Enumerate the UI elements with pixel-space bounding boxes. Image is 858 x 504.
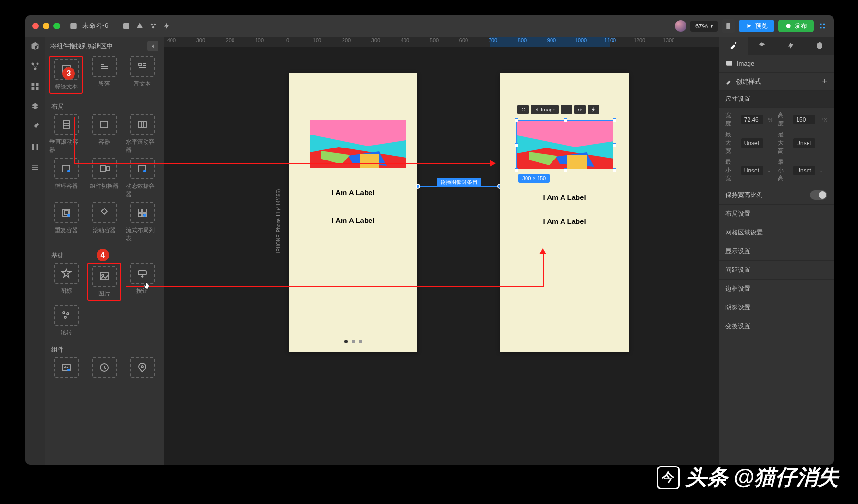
height-input[interactable]: 150	[793, 115, 815, 124]
component-widget-c[interactable]	[126, 357, 159, 378]
sidebar-toggle-icon[interactable]	[69, 21, 78, 31]
canvas-area[interactable]: -400-300-200-100010020030040050060070080…	[164, 37, 719, 465]
height-label: 高度	[778, 111, 789, 128]
component-widget-b[interactable]	[87, 357, 121, 378]
svg-point-64	[522, 108, 523, 109]
zoom-dropdown[interactable]: 67%▾	[690, 21, 718, 32]
ruler-tick: -200	[224, 37, 234, 43]
dot-2[interactable]	[352, 340, 355, 343]
annotation-line-2a	[126, 286, 544, 287]
comp-name: 富文本	[134, 80, 151, 88]
layers-icon[interactable]	[30, 102, 40, 111]
tab-settings[interactable]	[805, 37, 834, 55]
code-button[interactable]	[574, 105, 586, 114]
annotation-line-1a	[74, 117, 75, 164]
component-repeat[interactable]: 重复容器	[49, 202, 83, 243]
create-style-row[interactable]: 创建样式 +	[719, 73, 834, 91]
size-badge: 300 × 150	[518, 174, 550, 183]
component-paragraph[interactable]: 段落	[87, 56, 121, 94]
minw-unit[interactable]: -	[768, 168, 773, 173]
artboard-1[interactable]: IPHONE iPhone 11 (414*896) I Am A Label …	[289, 73, 417, 352]
component-container[interactable]: 容器	[87, 114, 121, 154]
acc-display[interactable]: 显示设置	[719, 242, 834, 260]
document-title: 未命名-6	[82, 22, 108, 30]
columns-icon[interactable]	[30, 142, 40, 152]
svg-rect-47	[64, 211, 68, 215]
settings-icon[interactable]	[818, 21, 827, 31]
comp-name: 动态数据容器	[126, 182, 159, 198]
maxh-unit[interactable]: -	[820, 140, 827, 146]
component-widget-a[interactable]	[49, 357, 83, 378]
svg-point-61	[67, 369, 70, 371]
minh-input[interactable]: Unset	[793, 166, 815, 175]
connector-label: 轮播图循环条目	[437, 178, 481, 187]
add-icon[interactable]: +	[822, 76, 827, 86]
component-dynamic-data[interactable]: 动态数据容器	[126, 158, 159, 198]
component-scroll[interactable]: 滚动容器	[87, 202, 121, 243]
dot-3[interactable]	[359, 340, 362, 343]
height-unit[interactable]: PX	[820, 117, 827, 123]
component-image[interactable]: 图片	[87, 263, 121, 301]
close-icon[interactable]	[32, 23, 39, 29]
tab-style[interactable]	[719, 37, 748, 55]
component-switcher[interactable]: 组件切换器	[87, 158, 121, 198]
collapse-button[interactable]	[147, 41, 158, 51]
dot-1[interactable]	[344, 340, 348, 343]
drag-handle[interactable]	[517, 105, 529, 114]
acc-layout[interactable]: 布局设置	[719, 204, 834, 223]
element-type-button[interactable]: Image	[531, 105, 559, 114]
minimize-icon[interactable]	[43, 23, 49, 29]
comp-name: 滚动容器	[93, 226, 116, 234]
artboard-2[interactable]: Image 3	[500, 73, 629, 352]
shape-icon[interactable]	[135, 21, 145, 31]
maxw-unit[interactable]: -	[768, 140, 773, 146]
component-hscroll[interactable]: 水平滚动容器	[126, 114, 159, 154]
wrench-icon[interactable]	[30, 122, 40, 132]
minw-input[interactable]: Unset	[741, 166, 763, 175]
ruler-tick: 200	[342, 37, 351, 43]
publish-button[interactable]: 发布	[778, 20, 814, 32]
tab-layout[interactable]	[748, 37, 776, 55]
selection-rect[interactable]	[516, 120, 614, 170]
avatar[interactable]	[675, 20, 686, 32]
acc-transform[interactable]: 变换设置	[719, 317, 834, 335]
maxh-input[interactable]: Unset	[793, 138, 815, 148]
maxw-input[interactable]: Unset	[741, 138, 763, 148]
maximize-icon[interactable]	[53, 23, 60, 29]
components-icon[interactable]	[148, 21, 158, 31]
text-components: T 标签文本 段落 富文本	[45, 56, 164, 98]
acc-grid[interactable]: 网格区域设置	[719, 223, 834, 242]
expand-button[interactable]	[561, 105, 572, 114]
svg-rect-36	[101, 121, 108, 128]
acc-shadow[interactable]: 阴影设置	[719, 298, 834, 317]
device-preview-button[interactable]	[722, 19, 735, 33]
svg-rect-2	[123, 23, 129, 29]
width-unit[interactable]: %	[768, 117, 773, 123]
component-flow-list[interactable]: 流式布局列表	[126, 202, 159, 243]
element-toolbar: Image	[517, 105, 599, 114]
connector-start-dot[interactable]	[416, 184, 420, 189]
acc-spacing[interactable]: 间距设置	[719, 260, 834, 279]
component-loop[interactable]: 循环容器	[49, 158, 83, 198]
tab-actions[interactable]	[776, 37, 805, 55]
canvas[interactable]: IPHONE iPhone 11 (414*896) I Am A Label …	[164, 47, 719, 465]
preview-button[interactable]: 预览	[739, 20, 774, 32]
component-vscroll[interactable]: 垂直滚动容器	[49, 114, 83, 154]
cube-icon[interactable]	[30, 41, 40, 51]
minh-unit[interactable]: -	[820, 168, 827, 173]
list-icon[interactable]	[30, 162, 40, 172]
ruler-tick: -400	[165, 37, 176, 43]
tree-icon[interactable]	[30, 61, 40, 71]
component-richtext[interactable]: 富文本	[126, 56, 159, 94]
svg-rect-29	[139, 63, 142, 66]
svg-point-5	[152, 26, 155, 29]
width-input[interactable]: 72.46	[741, 115, 763, 124]
component-carousel[interactable]: 轮转	[49, 305, 83, 337]
grid-icon[interactable]	[30, 82, 40, 91]
save-icon[interactable]	[122, 21, 131, 31]
acc-border[interactable]: 边框设置	[719, 279, 834, 298]
action-button[interactable]	[588, 105, 599, 114]
component-icon[interactable]: 图标	[49, 263, 83, 301]
aspect-toggle[interactable]	[810, 190, 827, 200]
flash-icon[interactable]	[162, 21, 172, 31]
